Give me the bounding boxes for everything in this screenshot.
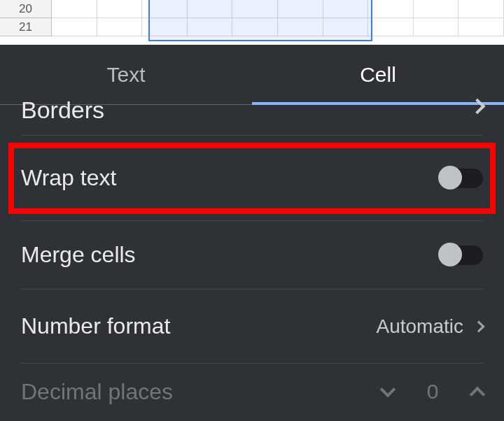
spreadsheet-preview: 20 21 (0, 0, 504, 45)
toggle-knob (438, 166, 462, 190)
decimal-places-value: 0 (426, 380, 440, 404)
chevron-up-icon[interactable] (470, 387, 486, 403)
cell-grid[interactable] (52, 0, 504, 36)
row-header[interactable]: 21 (0, 18, 51, 36)
menu-item-merge-cells[interactable]: Merge cells (21, 221, 483, 290)
tab-cell[interactable]: Cell (252, 45, 504, 104)
format-tabs: Text Cell (0, 45, 504, 105)
chevron-down-icon[interactable] (380, 382, 396, 398)
decimal-places-label: Decimal places (21, 379, 173, 405)
number-format-value: Automatic (377, 315, 464, 338)
menu-item-number-format[interactable]: Number format Automatic (21, 290, 483, 364)
wrap-text-toggle[interactable] (440, 169, 483, 188)
row-header[interactable]: 20 (0, 0, 51, 18)
tab-text[interactable]: Text (0, 45, 252, 104)
chevron-right-icon (473, 320, 485, 332)
wrap-text-label: Wrap text (21, 165, 116, 191)
merge-cells-label: Merge cells (21, 242, 136, 268)
decimal-places-stepper: 0 (382, 380, 483, 404)
selection-rectangle (148, 0, 372, 41)
menu-item-decimal-places: Decimal places 0 (21, 364, 483, 420)
merge-cells-toggle[interactable] (440, 245, 483, 265)
number-format-label: Number format (21, 313, 170, 339)
menu-item-borders[interactable]: Borders (21, 105, 483, 136)
toggle-knob (438, 243, 462, 266)
format-panel: Text Cell Borders Wrap text Merge cells (0, 45, 504, 421)
menu-item-wrap-text[interactable]: Wrap text (21, 136, 483, 221)
